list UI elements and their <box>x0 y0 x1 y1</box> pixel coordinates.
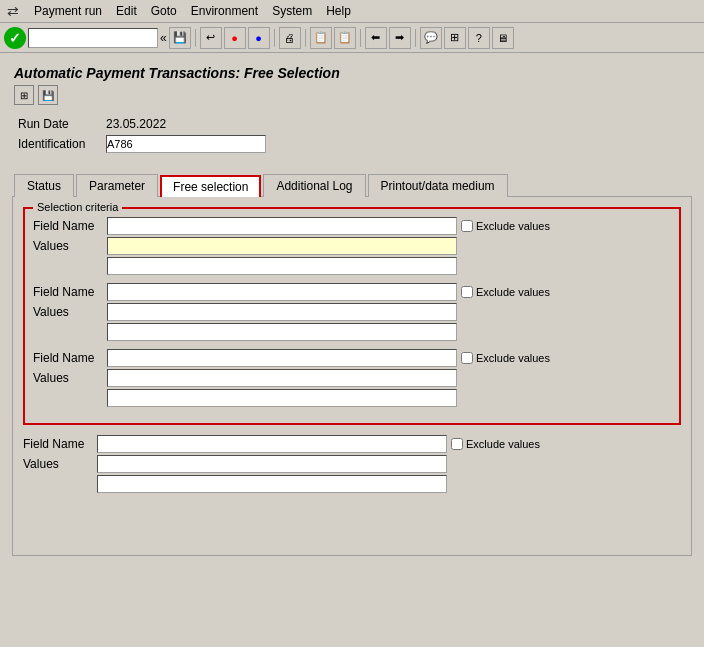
toolbar-copy-btn[interactable]: 📋 <box>310 27 332 49</box>
values-label-1: Values <box>33 239 103 253</box>
toolbar-sep-1 <box>195 29 196 47</box>
exclude-check-2[interactable] <box>461 286 473 298</box>
menu-system[interactable]: System <box>266 2 318 20</box>
menu-help[interactable]: Help <box>320 2 357 20</box>
title-bar: Automatic Payment Transactions: Free Sel… <box>6 59 698 109</box>
toolbar-help-btn[interactable]: ? <box>468 27 490 49</box>
run-date-label: Run Date <box>18 117 98 131</box>
menu-edit[interactable]: Edit <box>110 2 143 20</box>
exclude-checkbox-1: Exclude values <box>461 220 550 232</box>
values-extra-row-1 <box>33 257 671 275</box>
exclude-label-out-1: Exclude values <box>466 438 540 450</box>
exclude-label-2: Exclude values <box>476 286 550 298</box>
field-name-row-1: Field Name Exclude values <box>33 217 671 235</box>
values-extra-row-2 <box>33 323 671 341</box>
values-label-3: Values <box>33 371 103 385</box>
page-title: Automatic Payment Transactions: Free Sel… <box>14 65 690 81</box>
field-name-label-1: Field Name <box>33 219 103 233</box>
main-content: Automatic Payment Transactions: Free Sel… <box>0 53 704 562</box>
exclude-checkbox-2: Exclude values <box>461 286 550 298</box>
tab-printout[interactable]: Printout/data medium <box>368 174 508 197</box>
run-date-value: 23.05.2022 <box>106 117 166 131</box>
toolbar-fwd-btn[interactable]: ➡ <box>389 27 411 49</box>
tab-status[interactable]: Status <box>14 174 74 197</box>
exclude-label-1: Exclude values <box>476 220 550 232</box>
values-extra-row-3 <box>33 389 671 407</box>
exclude-checkbox-3: Exclude values <box>461 352 550 364</box>
field-name-input-1[interactable] <box>107 217 457 235</box>
title-save-icon[interactable]: 💾 <box>38 85 58 105</box>
toolbar-back-btn[interactable]: ⬅ <box>365 27 387 49</box>
menu-payment-run[interactable]: Payment run <box>28 2 108 20</box>
field-name-row-2: Field Name Exclude values <box>33 283 671 301</box>
toolbar-sep-4 <box>360 29 361 47</box>
exclude-label-3: Exclude values <box>476 352 550 364</box>
tab-additional-log[interactable]: Additional Log <box>263 174 365 197</box>
tab-free-selection[interactable]: Free selection <box>160 175 261 197</box>
identification-label: Identification <box>18 137 98 151</box>
identification-input[interactable] <box>106 135 266 153</box>
toolbar-undo-btn[interactable]: ↩ <box>200 27 222 49</box>
exclude-check-3[interactable] <box>461 352 473 364</box>
field-group-2: Field Name Exclude values Values <box>33 283 671 341</box>
field-name-row-out-1: Field Name Exclude values <box>23 435 681 453</box>
values-extra-input-1[interactable] <box>107 257 457 275</box>
field-group-outside-1: Field Name Exclude values Values <box>23 435 681 493</box>
toolbar: ✓ « 💾 ↩ ● ● 🖨 📋 📋 ⬅ ➡ 💬 ⊞ ? 🖥 <box>0 23 704 53</box>
menu-environment[interactable]: Environment <box>185 2 264 20</box>
title-split-icon[interactable]: ⊞ <box>14 85 34 105</box>
values-label-out-1: Values <box>23 457 93 471</box>
outside-fields: Field Name Exclude values Values <box>23 435 681 493</box>
field-name-label-2: Field Name <box>33 285 103 299</box>
toolbar-msg-btn[interactable]: 💬 <box>420 27 442 49</box>
field-group-3: Field Name Exclude values Values <box>33 349 671 407</box>
tab-parameter[interactable]: Parameter <box>76 174 158 197</box>
green-check-icon[interactable]: ✓ <box>4 27 26 49</box>
field-name-input-out-1[interactable] <box>97 435 447 453</box>
exclude-checkbox-out-1: Exclude values <box>451 438 540 450</box>
values-label-2: Values <box>33 305 103 319</box>
values-extra-row-out-1 <box>23 475 681 493</box>
exclude-check-out-1[interactable] <box>451 438 463 450</box>
field-name-input-3[interactable] <box>107 349 457 367</box>
values-input-1[interactable] <box>107 237 457 255</box>
toolbar-print-btn[interactable]: 🖨 <box>279 27 301 49</box>
toolbar-save-btn[interactable]: 💾 <box>169 27 191 49</box>
app-icon: ⇄ <box>4 2 22 20</box>
menu-bar: ⇄ Payment run Edit Goto Environment Syst… <box>0 0 704 23</box>
toolbar-nav-left-icon[interactable]: « <box>160 31 167 45</box>
values-row-3: Values <box>33 369 671 387</box>
tabs-container: Status Parameter Free selection Addition… <box>6 173 698 196</box>
values-row-out-1: Values <box>23 455 681 473</box>
toolbar-sep-3 <box>305 29 306 47</box>
field-name-row-3: Field Name Exclude values <box>33 349 671 367</box>
toolbar-monitor-btn[interactable]: 🖥 <box>492 27 514 49</box>
title-icons: ⊞ 💾 <box>14 85 690 105</box>
values-row-2: Values <box>33 303 671 321</box>
field-name-label-out-1: Field Name <box>23 437 93 451</box>
values-input-2[interactable] <box>107 303 457 321</box>
field-name-label-3: Field Name <box>33 351 103 365</box>
toolbar-paste-btn[interactable]: 📋 <box>334 27 356 49</box>
toolbar-sep-5 <box>415 29 416 47</box>
toolbar-blue-btn[interactable]: ● <box>248 27 270 49</box>
field-name-input-2[interactable] <box>107 283 457 301</box>
values-input-out-1[interactable] <box>97 455 447 473</box>
values-extra-input-3[interactable] <box>107 389 457 407</box>
field-group-1: Field Name Exclude values Values <box>33 217 671 275</box>
tab-panel: Selection criteria Field Name Exclude va… <box>12 196 692 556</box>
run-date-row: Run Date 23.05.2022 <box>18 117 686 131</box>
menu-goto[interactable]: Goto <box>145 2 183 20</box>
identification-row: Identification <box>18 135 686 153</box>
values-row-1: Values <box>33 237 671 255</box>
values-extra-input-2[interactable] <box>107 323 457 341</box>
toolbar-combo-input[interactable] <box>28 28 158 48</box>
toolbar-red-btn[interactable]: ● <box>224 27 246 49</box>
form-area: Run Date 23.05.2022 Identification <box>6 109 698 165</box>
values-extra-input-out-1[interactable] <box>97 475 447 493</box>
toolbar-grid-btn[interactable]: ⊞ <box>444 27 466 49</box>
values-input-3[interactable] <box>107 369 457 387</box>
toolbar-sep-2 <box>274 29 275 47</box>
selection-criteria-label: Selection criteria <box>33 201 122 213</box>
exclude-check-1[interactable] <box>461 220 473 232</box>
